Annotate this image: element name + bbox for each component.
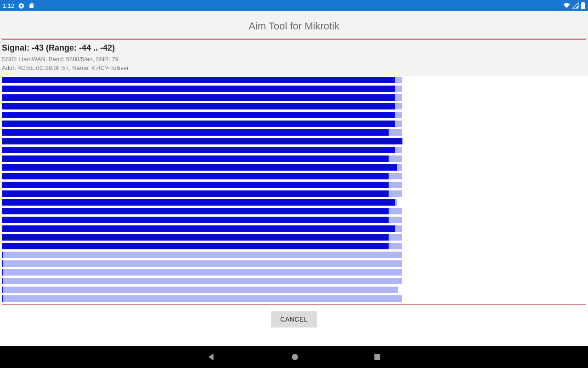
signal-bar-row (2, 217, 402, 223)
dialog-header: Aim Tool for Mikrotik (0, 11, 588, 39)
signal-bar-fill (2, 112, 395, 118)
signal-bar-row (2, 138, 402, 144)
signal-bar-row (2, 252, 402, 258)
signal-bar-row (2, 278, 402, 284)
status-bar: 1:12 (0, 0, 588, 11)
signal-bar-fill (2, 103, 395, 109)
signal-bar-row (2, 86, 402, 92)
signal-bar-row (2, 103, 402, 109)
signal-bar-bg (2, 295, 402, 302)
addr-name: Addr: 4C:5E:0C:89:3F:57, Name: K7ICY-Tol… (2, 64, 586, 71)
signal-bar-row (2, 199, 402, 206)
signal-bar-fill (2, 94, 395, 101)
signal-bar-row (2, 147, 402, 153)
ssid-band-snr: SSID: HamWAN, Band: 5880/5/an, SNR: 79 (2, 56, 586, 63)
status-time: 1:12 (3, 2, 14, 9)
nav-home-icon[interactable] (290, 352, 300, 362)
sd-card-icon (28, 2, 34, 9)
nav-recent-icon[interactable] (373, 353, 381, 361)
signal-bar-row (2, 269, 402, 276)
signal-bar-bg (2, 287, 398, 293)
dialog-title: Aim Tool for Mikrotik (0, 11, 588, 39)
signal-bar-tick (2, 260, 3, 267)
signal-bar-row (2, 182, 402, 188)
signal-bar-fill (2, 164, 397, 171)
signal-bar-fill (2, 138, 402, 144)
signal-bar-tick (2, 278, 3, 284)
signal-bar-row (2, 287, 402, 293)
signal-bar-fill (2, 243, 389, 249)
signal-bar-fill (2, 182, 389, 188)
signal-bar-row (2, 260, 402, 267)
signal-bar-row (2, 243, 402, 249)
signal-bar-bg (2, 278, 402, 284)
signal-bar-fill (2, 199, 395, 206)
signal-bar-fill (2, 121, 395, 127)
cell-signal-icon (572, 2, 579, 9)
signal-bars-chart (0, 76, 588, 302)
signal-bar-fill (2, 234, 389, 241)
signal-bar-tick (2, 269, 3, 276)
signal-bar-fill (2, 129, 389, 136)
signal-bar-row (2, 173, 402, 179)
signal-bar-row (2, 295, 402, 302)
signal-bar-tick (2, 295, 3, 302)
signal-bar-tick (2, 252, 3, 258)
signal-bar-row (2, 94, 402, 101)
dialog-buttons: CANCEL (0, 305, 588, 334)
signal-value: Signal: -43 (Range: -44 .. -42) (2, 43, 586, 53)
signal-bar-fill (2, 225, 395, 232)
signal-bar-fill (2, 190, 389, 197)
signal-bar-fill (2, 86, 395, 92)
wifi-icon (563, 2, 571, 9)
signal-bar-fill (2, 173, 389, 179)
signal-bar-row (2, 112, 402, 118)
cancel-button[interactable]: CANCEL (271, 311, 317, 328)
gear-icon (18, 2, 25, 9)
signal-bar-row (2, 225, 402, 232)
svg-rect-1 (374, 354, 380, 360)
signal-bar-bg (2, 260, 402, 267)
signal-bar-bg (2, 269, 402, 276)
signal-bar-row (2, 190, 402, 197)
signal-bar-fill (2, 217, 389, 223)
signal-bar-tick (2, 287, 3, 293)
signal-bar-fill (2, 208, 389, 214)
android-nav-bar (0, 346, 588, 368)
svg-point-0 (292, 354, 298, 360)
signal-bar-fill (2, 155, 389, 162)
signal-info: Signal: -43 (Range: -44 .. -42) SSID: Ha… (0, 40, 588, 76)
nav-back-icon[interactable] (207, 352, 217, 362)
signal-bar-bg (2, 252, 402, 258)
signal-bar-row (2, 129, 402, 136)
signal-bar-fill (2, 77, 395, 83)
signal-bar-row (2, 208, 402, 214)
signal-bar-row (2, 121, 402, 127)
signal-bar-fill (2, 147, 395, 153)
battery-icon (581, 2, 585, 9)
signal-bar-row (2, 77, 402, 83)
signal-bar-row (2, 155, 402, 162)
signal-bar-row (2, 234, 402, 241)
signal-bar-row (2, 164, 402, 171)
